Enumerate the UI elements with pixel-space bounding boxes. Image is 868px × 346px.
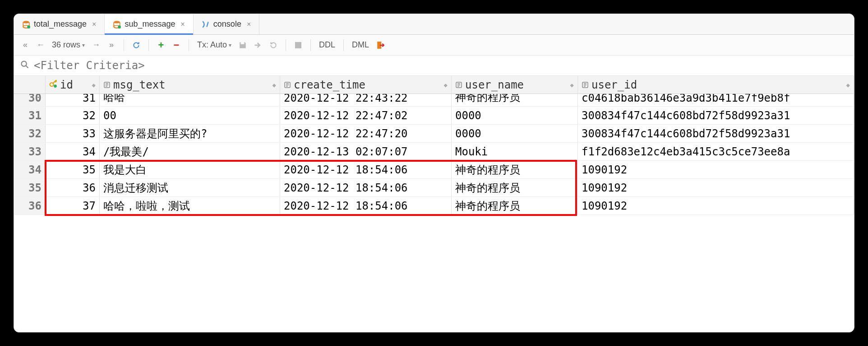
stop-button[interactable] — [291, 38, 305, 52]
column-label: user_id — [591, 79, 637, 91]
first-page-button[interactable]: « — [18, 38, 32, 52]
cell-user-id[interactable]: f1f2d683e12c4eb3a415c3c5ce73ee8a — [578, 143, 854, 160]
cell-user-name[interactable]: 0000 — [452, 107, 578, 124]
commit-button[interactable] — [251, 38, 265, 52]
tx-mode-dropdown[interactable]: Tx: Auto ▾ — [194, 40, 234, 50]
cell-msg-text[interactable]: 00 — [100, 107, 280, 124]
add-row-button[interactable]: + — [154, 38, 168, 52]
ddl-button[interactable]: DDL — [316, 40, 338, 50]
cell-create-time[interactable]: 2020-12-12 22:47:02 — [280, 107, 452, 124]
table-row[interactable]: 3132002020-12-12 22:47:020000300834f47c1… — [14, 107, 854, 125]
cell-user-name[interactable]: Mouki — [452, 143, 578, 160]
tab-label: sub_message — [125, 19, 175, 29]
cell-msg-text[interactable]: /我最美/ — [100, 143, 280, 160]
dml-button[interactable]: DML — [349, 40, 372, 50]
tab-sub-message[interactable]: sub_message × — [105, 14, 193, 34]
cell-id[interactable]: 37 — [46, 197, 100, 215]
cell-id[interactable]: 34 — [46, 143, 100, 160]
cell-user-id[interactable]: 1090192 — [578, 197, 854, 215]
separator — [310, 39, 311, 51]
tab-bar: total_message × sub_message × console × — [14, 14, 854, 35]
cell-msg-text[interactable]: 哈哈 — [100, 94, 280, 106]
search-icon — [20, 59, 29, 72]
refresh-button[interactable] — [129, 38, 143, 52]
header-user-name[interactable]: user_name ◆ — [452, 76, 578, 94]
column-icon — [284, 81, 291, 89]
svg-point-7 — [22, 61, 27, 66]
header-msg-text[interactable]: msg_text ◆ — [100, 76, 280, 94]
separator — [148, 39, 149, 51]
sort-icon: ◆ — [846, 81, 850, 89]
row-number[interactable]: 31 — [14, 107, 46, 124]
cell-user-name[interactable]: 神奇的程序员 — [452, 94, 578, 106]
remove-row-button[interactable]: − — [170, 38, 183, 52]
chevron-down-icon: ▾ — [82, 42, 85, 48]
query-icon — [202, 20, 210, 28]
grid-body[interactable]: 3031哈哈2020-12-12 22:43:22神奇的程序员c04618bab… — [14, 94, 854, 332]
filter-input[interactable] — [34, 59, 848, 72]
editor-window: total_message × sub_message × console × … — [14, 14, 854, 332]
row-number[interactable]: 35 — [14, 179, 46, 196]
cell-user-id[interactable]: 300834f47c144c608bd72f58d9923a31 — [578, 125, 854, 142]
table-row[interactable]: 3536消息迁移测试2020-12-12 18:54:06神奇的程序员10901… — [14, 179, 854, 197]
cell-msg-text[interactable]: 这服务器是阿里买的? — [100, 125, 280, 142]
row-number[interactable]: 33 — [14, 143, 46, 160]
cell-id[interactable]: 32 — [46, 107, 100, 124]
sort-icon: ◆ — [570, 81, 574, 89]
header-user-id[interactable]: user_id ◆ — [578, 76, 854, 94]
cell-user-id[interactable]: c04618bab36146e3a9d3b411e7f9eb8f — [578, 94, 854, 106]
table-row[interactable]: 3637哈哈，啦啦，测试2020-12-12 18:54:06神奇的程序员109… — [14, 197, 854, 215]
cell-user-id[interactable]: 1090192 — [578, 179, 854, 196]
table-row[interactable]: 3031哈哈2020-12-12 22:43:22神奇的程序员c04618bab… — [14, 94, 854, 107]
cell-id[interactable]: 31 — [46, 94, 100, 106]
cell-user-name[interactable]: 0000 — [452, 125, 578, 142]
cell-id[interactable]: 35 — [46, 161, 100, 178]
row-number[interactable]: 36 — [14, 197, 46, 215]
header-create-time[interactable]: create_time ◆ — [280, 76, 452, 94]
cell-create-time[interactable]: 2020-12-12 18:54:06 — [280, 179, 452, 196]
cell-create-time[interactable]: 2020-12-12 22:47:20 — [280, 125, 452, 142]
rows-count-dropdown[interactable]: 36 rows ▾ — [49, 40, 88, 50]
table-row[interactable]: 3435我是大白2020-12-12 18:54:06神奇的程序员1090192 — [14, 161, 854, 179]
cell-msg-text[interactable]: 我是大白 — [100, 161, 280, 178]
row-number[interactable]: 34 — [14, 161, 46, 178]
cell-user-name[interactable]: 神奇的程序员 — [452, 197, 578, 215]
row-number[interactable]: 32 — [14, 125, 46, 142]
separator — [343, 39, 344, 51]
header-id[interactable]: id ◆ — [46, 76, 100, 94]
cell-create-time[interactable]: 2020-12-12 18:54:06 — [280, 197, 452, 215]
next-page-button[interactable]: → — [89, 38, 103, 52]
cell-user-id[interactable]: 300834f47c144c608bd72f58d9923a31 — [578, 107, 854, 124]
prev-page-button[interactable]: ← — [34, 38, 47, 52]
last-page-button[interactable]: » — [105, 38, 118, 52]
data-grid: id ◆ msg_text ◆ create_time ◆ — [14, 76, 854, 332]
cell-id[interactable]: 33 — [46, 125, 100, 142]
sort-icon: ◆ — [444, 81, 448, 89]
export-button[interactable] — [374, 38, 387, 52]
cell-create-time[interactable]: 2020-12-13 02:07:07 — [280, 143, 452, 160]
close-icon[interactable]: × — [181, 20, 185, 28]
separator — [124, 39, 124, 51]
separator — [189, 39, 189, 51]
row-number[interactable]: 30 — [14, 94, 46, 106]
table-row[interactable]: 3233这服务器是阿里买的?2020-12-12 22:47:200000300… — [14, 125, 854, 143]
cell-msg-text[interactable]: 消息迁移测试 — [100, 179, 280, 196]
cell-user-id[interactable]: 1090192 — [578, 161, 854, 178]
tab-total-message[interactable]: total_message × — [14, 14, 105, 34]
tx-label: Tx: Auto — [197, 40, 227, 50]
svg-point-0 — [23, 21, 29, 23]
close-icon[interactable]: × — [92, 20, 96, 28]
save-button[interactable] — [236, 38, 249, 52]
cell-create-time[interactable]: 2020-12-12 18:54:06 — [280, 161, 452, 178]
cell-id[interactable]: 36 — [46, 179, 100, 196]
close-icon[interactable]: × — [247, 20, 251, 28]
cell-user-name[interactable]: 神奇的程序员 — [452, 161, 578, 178]
svg-point-2 — [27, 25, 30, 28]
header-rownum[interactable] — [14, 76, 46, 94]
cell-msg-text[interactable]: 哈哈，啦啦，测试 — [100, 197, 280, 215]
cell-create-time[interactable]: 2020-12-12 22:43:22 — [280, 94, 452, 106]
cell-user-name[interactable]: 神奇的程序员 — [452, 179, 578, 196]
table-row[interactable]: 3334/我最美/2020-12-13 02:07:07Moukif1f2d68… — [14, 143, 854, 161]
tab-console[interactable]: console × — [194, 14, 259, 34]
rollback-button[interactable] — [267, 38, 280, 52]
